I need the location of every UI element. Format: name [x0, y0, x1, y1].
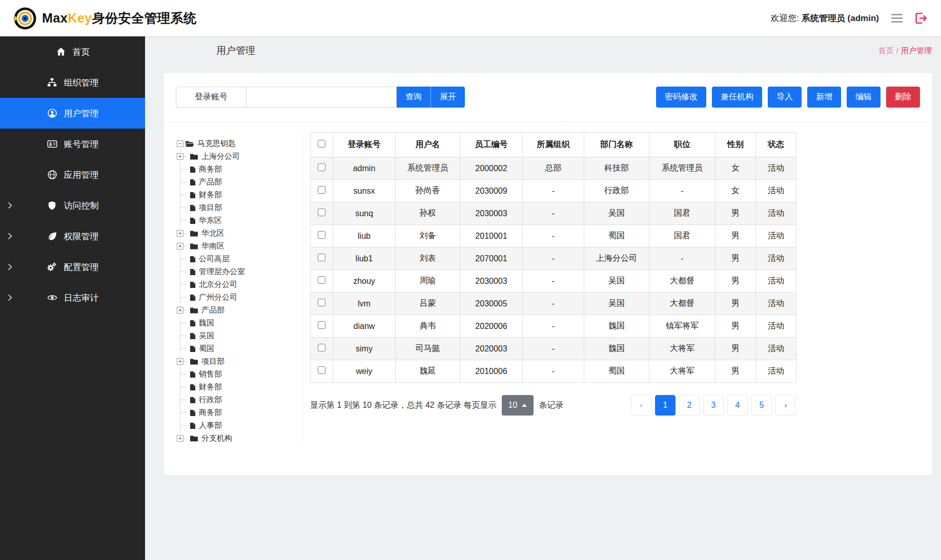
file-icon	[190, 166, 196, 173]
row-checkbox[interactable]	[318, 254, 325, 261]
tree-node[interactable]: +项目部	[180, 355, 300, 368]
page-button-2[interactable]: 2	[679, 395, 700, 416]
table-row[interactable]: lvm吕蒙2030005-吴国大都督男活动	[311, 293, 796, 315]
sidebar-item-audit[interactable]: 日志审计	[0, 282, 145, 313]
tree-node[interactable]: 产品部	[180, 176, 300, 189]
row-checkbox[interactable]	[318, 366, 325, 374]
table-row[interactable]: simy司马懿2020003-魏国大将军男活动	[311, 338, 796, 360]
tree-node[interactable]: 财务部	[180, 381, 300, 393]
sidebar-item-home[interactable]: 首页	[0, 36, 145, 67]
leaf-icon	[47, 231, 58, 241]
row-checkbox[interactable]	[318, 299, 325, 306]
globe-icon	[47, 170, 58, 180]
row-checkbox[interactable]	[318, 321, 325, 329]
next-page-button[interactable]: ›	[775, 395, 796, 416]
tree-expander-plus-icon[interactable]: +	[177, 153, 183, 160]
tree-children: +上海分公司商务部产品部财务部项目部华东区+华北区+华南区公司高层管理层办公室北…	[180, 150, 300, 445]
tree-node[interactable]: +分支机构	[180, 432, 300, 445]
pagination-suffix: 条记录	[539, 400, 563, 411]
tree-node[interactable]: 公司高层	[180, 253, 300, 265]
table-row[interactable]: sunsx孙尚香2030009-行政部-女活动	[311, 180, 796, 202]
tree-node[interactable]: 蜀国	[180, 342, 300, 355]
prev-page-button[interactable]: ‹	[631, 395, 651, 416]
tree-expander-minus-icon[interactable]: −	[177, 140, 183, 147]
tree-node[interactable]: +上海分公司	[180, 150, 300, 163]
tree-node[interactable]: +华南区	[180, 240, 300, 253]
tree-node[interactable]: 北京分公司	[180, 278, 300, 291]
sidebar-item-app[interactable]: 应用管理	[0, 159, 145, 190]
sidebar-item-org[interactable]: 组织管理	[0, 67, 145, 98]
tree-node[interactable]: 华东区	[180, 214, 300, 227]
table-cell: 刘表	[396, 247, 460, 270]
sidebar-item-permission[interactable]: 权限管理	[0, 221, 145, 252]
table-row[interactable]: dianw典韦2020006-魏国镇军将军男活动	[311, 315, 796, 338]
sidebar-item-account[interactable]: 账号管理	[0, 129, 145, 159]
edit-button[interactable]: 编辑	[847, 87, 881, 108]
table-cell: 2020006	[460, 315, 523, 338]
logout-icon[interactable]	[915, 12, 928, 24]
table-cell: admin	[333, 157, 396, 180]
login-account-input[interactable]	[247, 87, 396, 107]
tree-node[interactable]: 管理层办公室	[180, 265, 300, 278]
sidebar-item-user[interactable]: 用户管理	[0, 98, 145, 129]
tree-node[interactable]: 广州分公司	[180, 291, 300, 304]
import-button[interactable]: 导入	[768, 87, 802, 108]
row-checkbox[interactable]	[318, 186, 325, 194]
menu-toggle-icon[interactable]	[891, 12, 903, 25]
tree-node[interactable]: −马克思钥匙	[177, 137, 300, 150]
file-icon	[190, 345, 196, 352]
sidebar-item-label: 日志审计	[64, 292, 99, 304]
tree-expander-plus-icon[interactable]: +	[177, 243, 183, 250]
tree-node[interactable]: +华北区	[180, 227, 300, 240]
breadcrumb-separator: /	[896, 46, 898, 55]
delete-button[interactable]: 删除	[886, 87, 920, 108]
page-size-dropdown[interactable]: 10	[502, 395, 534, 416]
password-modify-button[interactable]: 密码修改	[656, 87, 706, 108]
tree-expander-plus-icon[interactable]: +	[177, 358, 183, 365]
page-button-1[interactable]: 1	[655, 395, 676, 416]
row-checkbox[interactable]	[318, 344, 325, 351]
tree-node[interactable]: 销售部	[180, 368, 300, 381]
tree-node[interactable]: 商务部	[180, 406, 300, 419]
table-row[interactable]: admin系统管理员2000002总部科技部系统管理员女活动	[311, 157, 796, 180]
table-cell: lvm	[333, 293, 396, 315]
select-all-checkbox[interactable]	[318, 140, 325, 148]
page-size-value: 10	[508, 401, 518, 410]
add-button[interactable]: 新增	[807, 87, 841, 108]
tree-node[interactable]: 项目部	[180, 201, 300, 214]
page-button-5[interactable]: 5	[751, 395, 772, 416]
page-button-4[interactable]: 4	[727, 395, 748, 416]
tree-node[interactable]: 商务部	[180, 163, 300, 176]
table-row[interactable]: liub1刘表2070001-上海分公司-男活动	[311, 247, 796, 270]
top-header: MaxKey身份安全管理系统 欢迎您: 系统管理员 (admin)	[0, 0, 941, 36]
breadcrumb-home-link[interactable]: 首页	[878, 46, 894, 55]
tree-node[interactable]: 行政部	[180, 393, 300, 406]
row-checkbox[interactable]	[318, 209, 325, 216]
table-row[interactable]: liub刘备2010001-蜀国国君男活动	[311, 225, 796, 247]
tree-node[interactable]: 人事部	[180, 419, 300, 432]
table-row[interactable]: sunq孙权2030003-吴国国君男活动	[311, 202, 796, 225]
tree-expander-plus-icon[interactable]: +	[177, 435, 183, 442]
page-button-3[interactable]: 3	[703, 395, 724, 416]
tree-node[interactable]: 财务部	[180, 189, 300, 201]
row-checkbox[interactable]	[318, 231, 325, 239]
row-checkbox[interactable]	[318, 276, 325, 284]
tree-node-label: 华北区	[200, 229, 226, 238]
query-button[interactable]: 查询	[397, 87, 431, 108]
table-cell: 活动	[756, 315, 796, 338]
concurrent-org-button[interactable]: 兼任机构	[712, 87, 762, 108]
tree-node[interactable]: 魏国	[180, 317, 300, 329]
tree-node-label: 财务部	[198, 382, 223, 392]
sidebar-item-config[interactable]: 配置管理	[0, 252, 145, 282]
table-row[interactable]: zhouy周瑜2030003-吴国大都督男活动	[311, 270, 796, 293]
sidebar-item-access[interactable]: 访问控制	[0, 190, 145, 221]
row-checkbox[interactable]	[318, 163, 325, 171]
table-row[interactable]: weiy魏延2010006-蜀国大将军男活动	[311, 360, 796, 383]
tree-expander-plus-icon[interactable]: +	[177, 230, 183, 237]
tree-node[interactable]: 吴国	[180, 329, 300, 342]
table-cell: 吴国	[584, 270, 649, 293]
expand-button[interactable]: 展开	[431, 87, 465, 108]
tree-node[interactable]: +产品部	[180, 304, 300, 317]
eye-icon	[47, 293, 58, 303]
tree-expander-plus-icon[interactable]: +	[177, 307, 183, 314]
